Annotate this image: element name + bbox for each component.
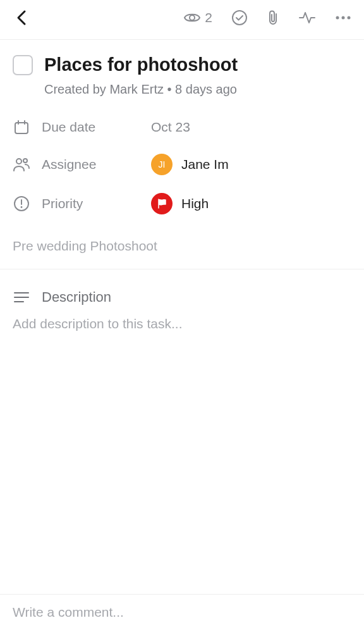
svg-point-0 [190, 15, 195, 20]
priority-text: High [181, 196, 209, 211]
assignee-row[interactable]: Assignee JI Jane Im [0, 145, 364, 184]
description-header: Description [0, 269, 364, 316]
created-by: Created by Mark Ertz [44, 82, 164, 96]
watcher-count: 2 [205, 10, 212, 25]
due-date-label: Due date [42, 120, 140, 135]
attachment-button[interactable] [267, 9, 279, 27]
due-date-row[interactable]: Due date Oct 23 [0, 109, 364, 145]
priority-row[interactable]: Priority High [0, 184, 364, 223]
more-button[interactable] [335, 15, 351, 20]
assignee-name: Jane Im [181, 157, 229, 172]
chevron-left-icon [16, 9, 27, 27]
header-action-icons: 2 [183, 9, 351, 27]
task-title-row: Places for photoshoot [0, 40, 364, 80]
svg-point-3 [342, 16, 345, 20]
people-icon [13, 156, 30, 173]
svg-point-2 [336, 16, 339, 20]
task-header: 2 [0, 0, 364, 40]
assignee-avatar: JI [151, 154, 173, 175]
svg-point-9 [21, 206, 23, 208]
flag-icon [156, 198, 167, 209]
assignee-value: JI Jane Im [151, 154, 229, 175]
check-circle-icon [231, 9, 248, 26]
comment-bar [0, 594, 364, 630]
priority-label: Priority [42, 196, 140, 211]
assignee-label: Assignee [42, 157, 140, 172]
svg-point-4 [348, 16, 351, 20]
exclamation-icon [13, 195, 30, 213]
calendar-icon [13, 118, 30, 136]
due-date-value: Oct 23 [151, 120, 190, 135]
paperclip-icon [267, 9, 279, 27]
priority-flag-badge [151, 193, 173, 214]
back-button[interactable] [13, 9, 30, 27]
activity-icon [298, 11, 316, 25]
priority-value: High [151, 193, 209, 214]
complete-button[interactable] [231, 9, 248, 26]
description-placeholder[interactable]: Add description to this task... [0, 316, 364, 331]
svg-rect-5 [15, 123, 28, 133]
watchers-button[interactable]: 2 [183, 10, 212, 25]
meta-separator: • [164, 82, 175, 96]
task-checkbox[interactable] [13, 55, 33, 75]
svg-point-7 [23, 159, 27, 163]
description-label: Description [42, 289, 111, 306]
task-meta: Created by Mark Ertz • 8 days ago [0, 80, 364, 109]
svg-point-1 [233, 11, 246, 25]
more-icon [335, 15, 351, 20]
comment-input[interactable] [13, 605, 351, 620]
description-icon [13, 288, 30, 306]
task-title[interactable]: Places for photoshoot [44, 54, 238, 76]
created-ago: 8 days ago [175, 82, 237, 96]
activity-button[interactable] [298, 11, 316, 25]
project-line[interactable]: Pre wedding Photoshoot [0, 223, 364, 269]
svg-point-6 [16, 159, 21, 164]
eye-icon [183, 11, 201, 24]
